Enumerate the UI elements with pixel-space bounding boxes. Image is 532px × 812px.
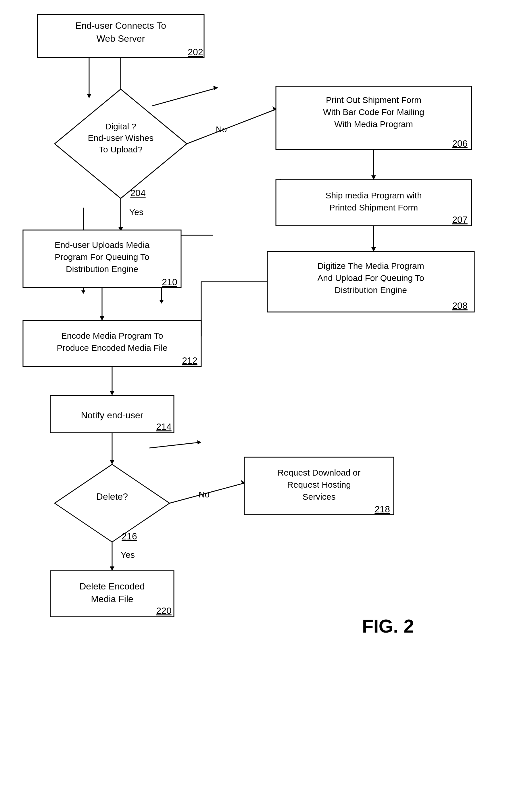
svg-text:Request Download or: Request Download or bbox=[278, 468, 361, 477]
svg-text:Yes: Yes bbox=[129, 207, 144, 217]
svg-marker-35 bbox=[55, 89, 187, 199]
svg-text:206: 206 bbox=[452, 138, 467, 149]
svg-text:Yes: Yes bbox=[121, 550, 135, 560]
svg-text:Encode Media Program To: Encode Media Program To bbox=[61, 331, 163, 340]
svg-text:Digitize The Media Program: Digitize The Media Program bbox=[317, 261, 424, 271]
svg-marker-58 bbox=[371, 247, 376, 251]
svg-marker-80 bbox=[110, 391, 114, 395]
svg-text:212: 212 bbox=[182, 356, 197, 366]
svg-text:End-user Connects To: End-user Connects To bbox=[75, 20, 166, 31]
svg-text:Media File: Media File bbox=[91, 594, 133, 604]
svg-text:FIG. 2: FIG. 2 bbox=[362, 615, 414, 637]
full-diagram: End-user Connects To Web Server 202 Digi… bbox=[0, 0, 532, 812]
svg-text:Notify end-user: Notify end-user bbox=[81, 410, 144, 420]
svg-text:End-user Uploads Media: End-user Uploads Media bbox=[55, 240, 149, 250]
svg-text:Services: Services bbox=[302, 492, 336, 502]
svg-text:Produce Encoded Media File: Produce Encoded Media File bbox=[57, 343, 167, 352]
svg-text:No: No bbox=[216, 125, 227, 134]
svg-marker-93 bbox=[110, 566, 114, 571]
svg-text:216: 216 bbox=[121, 531, 137, 541]
svg-text:210: 210 bbox=[162, 277, 177, 287]
svg-text:And Upload For Queuing To: And Upload For Queuing To bbox=[317, 273, 424, 282]
svg-marker-74 bbox=[100, 316, 104, 321]
svg-text:Digital ?: Digital ? bbox=[105, 121, 136, 131]
svg-text:Delete?: Delete? bbox=[96, 491, 128, 502]
svg-text:To Upload?: To Upload? bbox=[99, 145, 143, 154]
svg-text:Request Hosting: Request Hosting bbox=[287, 480, 351, 489]
svg-text:Delete Encoded: Delete Encoded bbox=[79, 581, 145, 592]
svg-text:214: 214 bbox=[156, 422, 171, 432]
svg-marker-85 bbox=[110, 460, 114, 464]
svg-text:Distribution Engine: Distribution Engine bbox=[66, 264, 138, 274]
svg-text:204: 204 bbox=[130, 188, 145, 198]
svg-text:Web Server: Web Server bbox=[97, 33, 145, 44]
svg-marker-86 bbox=[55, 464, 169, 542]
svg-marker-52 bbox=[371, 175, 376, 180]
svg-text:Printed Shipment Form: Printed Shipment Form bbox=[329, 203, 418, 212]
svg-text:Print Out Shipment Form: Print Out Shipment Form bbox=[326, 95, 422, 105]
svg-text:208: 208 bbox=[452, 301, 467, 311]
svg-text:End-user Wishes: End-user Wishes bbox=[88, 133, 153, 143]
flowchart-svg: End-user Connects To Web Server 202 Digi… bbox=[0, 0, 532, 812]
svg-text:207: 207 bbox=[452, 215, 467, 225]
svg-text:202: 202 bbox=[188, 47, 203, 57]
svg-text:Ship media Program with: Ship media Program with bbox=[325, 191, 422, 200]
svg-text:Distribution Engine: Distribution Engine bbox=[335, 285, 407, 295]
svg-line-40 bbox=[187, 109, 276, 144]
svg-text:With Media Program: With Media Program bbox=[334, 119, 413, 129]
svg-text:218: 218 bbox=[374, 504, 390, 514]
svg-text:No: No bbox=[198, 490, 209, 499]
svg-text:Program For Queuing To: Program For Queuing To bbox=[55, 252, 149, 262]
svg-text:220: 220 bbox=[156, 606, 171, 616]
svg-text:With Bar Code For Mailing: With Bar Code For Mailing bbox=[323, 107, 424, 117]
